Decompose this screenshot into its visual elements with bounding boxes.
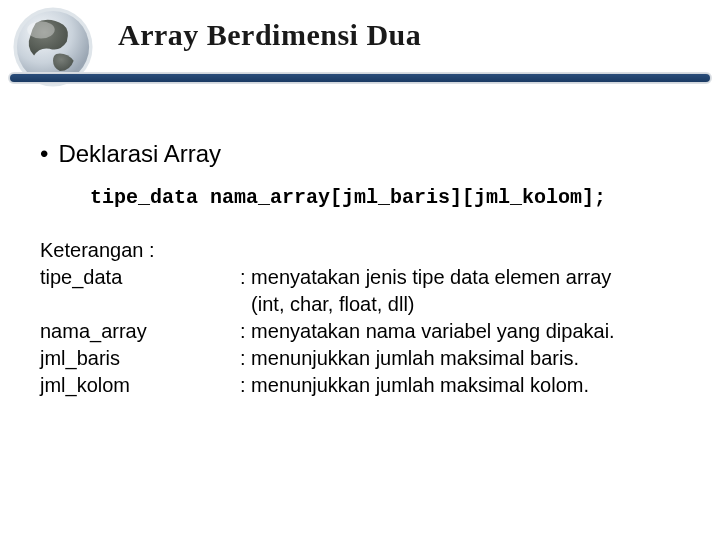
- header-rule-inner: [10, 74, 710, 82]
- svg-point-2: [27, 21, 55, 38]
- slide-body: Deklarasi Array tipe_data nama_array[jml…: [40, 140, 680, 399]
- desc-def: : menyatakan nama variabel yang dipakai.: [240, 318, 680, 345]
- desc-row: tipe_data : menyatakan jenis tipe data e…: [40, 264, 680, 291]
- desc-row: nama_array : menyatakan nama variabel ya…: [40, 318, 680, 345]
- desc-term-empty: [40, 291, 240, 318]
- desc-def-cont: (int, char, float, dll): [240, 291, 680, 318]
- keterangan-label: Keterangan :: [40, 237, 680, 264]
- desc-def: : menunjukkan jumlah maksimal baris.: [240, 345, 680, 372]
- desc-def: : menyatakan jenis tipe data elemen arra…: [240, 264, 680, 291]
- desc-term: jml_kolom: [40, 372, 240, 399]
- desc-row: (int, char, float, dll): [40, 291, 680, 318]
- bullet-heading: Deklarasi Array: [40, 140, 680, 168]
- desc-term: nama_array: [40, 318, 240, 345]
- slide-title: Array Berdimensi Dua: [118, 18, 421, 52]
- desc-term: jml_baris: [40, 345, 240, 372]
- desc-def: : menunjukkan jumlah maksimal kolom.: [240, 372, 680, 399]
- slide: Array Berdimensi Dua Deklarasi Array tip…: [0, 0, 720, 540]
- slide-header: Array Berdimensi Dua: [0, 0, 720, 90]
- desc-row: jml_baris : menunjukkan jumlah maksimal …: [40, 345, 680, 372]
- declaration-code: tipe_data nama_array[jml_baris][jml_kolo…: [90, 186, 680, 209]
- desc-row: jml_kolom : menunjukkan jumlah maksimal …: [40, 372, 680, 399]
- desc-term: tipe_data: [40, 264, 240, 291]
- description-block: Keterangan : tipe_data : menyatakan jeni…: [40, 237, 680, 399]
